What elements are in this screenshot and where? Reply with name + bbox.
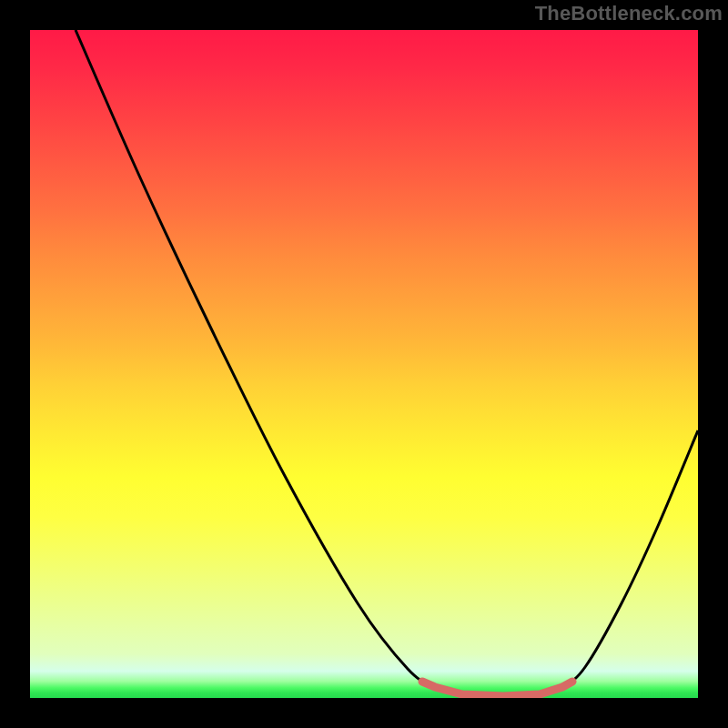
flat-bottom-highlight — [422, 682, 572, 696]
chart-svg — [30, 30, 698, 698]
bottleneck-curve — [76, 30, 698, 696]
app-frame: TheBottleneck.com — [0, 0, 728, 728]
watermark-text: TheBottleneck.com — [535, 2, 723, 25]
chart-plot-area — [30, 30, 698, 698]
